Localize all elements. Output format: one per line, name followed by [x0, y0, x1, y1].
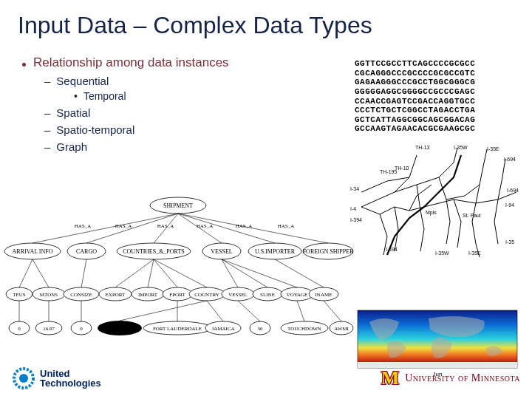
seq-line: GGGGGAGGCGGGGCCGCCCGAGC	[355, 87, 475, 97]
graph-edge: HAS_A	[236, 223, 253, 229]
svg-line-43	[222, 259, 238, 287]
svg-line-52	[207, 301, 223, 321]
graph-node: TEUS	[13, 292, 26, 298]
svg-line-54	[297, 301, 304, 321]
svg-line-30	[33, 214, 178, 243]
slide-title: Input Data – Complex Data Types	[0, 0, 532, 45]
road-label: TH-10	[395, 166, 409, 171]
road-label: I-35W	[454, 145, 468, 150]
umn-m-icon: M	[381, 367, 400, 389]
shipment-graph: SHIPMENT HAS_A HAS_A HAS_A HAS_A HAS_A H…	[1, 191, 355, 341]
bullet-lvl1-text: Relationship among data instances	[33, 55, 229, 70]
road-label: St. Paul	[463, 213, 481, 218]
road-label: I-35W	[435, 250, 449, 256]
graph-leaf: TOUCHDOWN	[287, 326, 321, 332]
svg-point-20	[343, 287, 355, 301]
seq-line: CCAACCGAGTCCGACCAGGTGCC	[355, 97, 475, 106]
graph-leaf: 0	[80, 326, 83, 332]
graph-node: VESSEL	[211, 248, 232, 255]
graph-node: COUNTRY	[194, 292, 219, 298]
graph-node: INAME	[316, 292, 332, 298]
graph-leaf: FORT LAUDERDALE	[153, 326, 202, 332]
seq-line: GCTCATTAGGCGGCAGCGGACAG	[355, 115, 475, 125]
dna-sequence: GGTTCCGCCTTCAGCCCCGCGCC CGCAGGGCCCGCCCCG…	[355, 59, 475, 134]
dash-icon: –	[44, 140, 50, 153]
bullet-dot3-icon: •	[74, 90, 78, 102]
footer: United Technologies M University of Minn…	[0, 358, 532, 399]
graph-node: EXPORT	[106, 292, 126, 298]
bullet-lvl3a-text: Temporal	[83, 90, 126, 102]
united-technologies-logo: United Technologies	[12, 366, 101, 390]
ut-text-2: Technologies	[40, 378, 101, 388]
graph-edge: HAS_A	[75, 223, 92, 229]
svg-line-42	[154, 259, 207, 287]
svg-line-38	[81, 259, 86, 287]
road-label: I-35E	[487, 146, 499, 151]
graph-node: IMPORT	[138, 292, 158, 298]
svg-line-36	[19, 259, 33, 287]
graph-leaf: 0	[18, 326, 21, 332]
graph-node: FOREIGN SHIPPER	[303, 248, 354, 255]
graph-edge: HAS_A	[157, 223, 174, 229]
bullet-lvl2a-text: Sequential	[56, 75, 109, 87]
graph-node: VESSEL	[228, 292, 248, 298]
graph-node: FPORT	[169, 292, 185, 298]
bullet-dot-icon	[22, 63, 26, 66]
seq-line: CCCTCTGCTCGGCCTAGACCTGA	[355, 106, 475, 115]
svg-line-34	[178, 214, 275, 243]
graph-edge: HAS_A	[197, 223, 214, 229]
bullet-lvl2c-text: Spatio-temporal	[56, 123, 134, 136]
svg-point-57	[19, 374, 28, 383]
svg-line-37	[33, 259, 49, 287]
road-label: I-694	[507, 188, 519, 193]
svg-line-53	[238, 301, 260, 321]
road-label: TH-13	[415, 145, 430, 150]
dash-icon: –	[44, 75, 50, 87]
graph-node: COUNTRIES_&_PORTS	[123, 248, 185, 255]
graph-edge: HAS_A	[278, 223, 295, 229]
svg-line-45	[222, 259, 297, 287]
bullet-lvl2d-text: Graph	[56, 140, 87, 153]
svg-line-40	[148, 259, 154, 287]
gear-icon	[12, 366, 35, 390]
graph-node: VOYAGE	[287, 292, 308, 298]
svg-line-55	[324, 301, 341, 321]
road-network-map: TH-13 I-35W I-34 TH-195 I-35E I-694 I-4 …	[350, 140, 520, 259]
graph-leaf: JAMAICA	[211, 326, 234, 332]
graph-leaf: 30	[258, 326, 264, 332]
seq-line: GAGAAGGGCCCGCCTGGCGGGCG	[355, 78, 475, 87]
graph-leaf: 16.97	[43, 326, 55, 332]
graph-node: U.S.IMPORTER	[255, 248, 296, 255]
road-label: I-494	[386, 247, 398, 252]
seq-line: CGCAGGGCCCGCCCCGCGCCGTC	[355, 69, 475, 78]
graph-node: ARRIVAL INFO	[13, 248, 53, 255]
svg-line-39	[115, 259, 154, 287]
svg-line-41	[154, 259, 177, 287]
graph-node: MTONS	[40, 292, 58, 298]
graph-root: SHIPMENT	[163, 202, 193, 209]
bullet-lvl2b-text: Spatial	[56, 106, 90, 119]
svg-line-44	[222, 259, 267, 287]
seq-line: GCCAAGTAGAACACGCGAAGCGC	[355, 124, 475, 134]
road-label: I-694	[504, 157, 516, 162]
graph-leaf: AWMI	[334, 326, 349, 332]
road-label: I-94	[505, 202, 514, 208]
graph-leaf: BAHAMAS	[106, 326, 132, 332]
graph-node: SLINE	[260, 292, 275, 298]
graph-node: CONSIZE	[70, 292, 92, 298]
svg-line-50	[120, 301, 207, 321]
umn-text: University of Minnesota	[405, 372, 520, 384]
dash-icon: –	[44, 106, 50, 119]
graph-edge: HAS_A	[115, 223, 132, 229]
dash-icon: –	[44, 123, 50, 136]
road-label: Mpls	[426, 210, 437, 216]
svg-line-46	[275, 259, 324, 287]
seq-line: GGTTCCGCCTTCAGCCCCGCGCC	[355, 59, 475, 69]
road-label: I-35E	[468, 250, 481, 256]
graph-node: CARGO	[76, 248, 97, 255]
university-minnesota-logo: M University of Minnesota	[381, 367, 520, 389]
road-label: I-35	[505, 239, 514, 245]
